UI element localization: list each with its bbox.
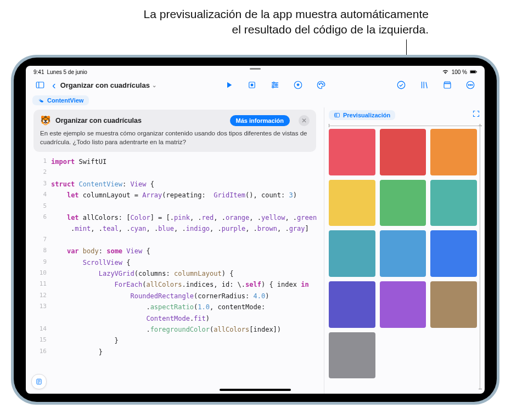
close-icon[interactable]: ✕ <box>299 115 310 126</box>
annotation-caption: La previsualización de la app muestra au… <box>0 7 429 38</box>
grid-cell <box>329 180 375 226</box>
library-icon[interactable] <box>417 78 432 92</box>
svg-point-12 <box>272 86 274 88</box>
svg-point-10 <box>273 82 274 84</box>
info-card-icon: 🐯 <box>40 115 51 126</box>
code-line[interactable]: 16 } <box>32 347 317 357</box>
back-button[interactable]: ‹ <box>52 79 56 92</box>
info-card-title: Organizar con cuadrículas <box>55 117 142 124</box>
ipad-frame: 9:41 Lunes 5 de junio 100 % ‹ <box>11 55 499 405</box>
file-chip-contentview[interactable]: ContentView <box>32 95 89 105</box>
grid-cell <box>380 129 426 175</box>
status-date: Lunes 5 de junio <box>47 69 87 75</box>
code-line[interactable]: 14 .foregroundColor(allColors[index]) <box>32 324 317 335</box>
status-pill <box>250 68 261 70</box>
more-button[interactable] <box>463 78 478 92</box>
svg-point-6 <box>251 84 253 86</box>
stop-button[interactable] <box>244 78 260 92</box>
code-line[interactable]: .mint, .teal, .cyan, .blue, .indigo, .pu… <box>32 223 317 234</box>
code-line[interactable]: 4 let columnLayout = Array(repeating: Gr… <box>32 190 317 201</box>
grid-cell <box>430 281 477 328</box>
code-line[interactable]: 5 <box>32 201 317 212</box>
code-line[interactable]: 11 ForEach(allColors.indices, id: \.self… <box>32 279 317 290</box>
grid-cell <box>329 332 375 379</box>
document-title[interactable]: Organizar con cuadrículas⌄ <box>60 81 156 89</box>
swift-icon <box>38 97 44 104</box>
grid-cell <box>329 129 375 175</box>
code-line[interactable]: 8 var body: some View { <box>32 246 317 257</box>
code-line[interactable]: 7 <box>32 235 317 246</box>
run-button[interactable] <box>221 78 237 92</box>
grid-cell <box>430 230 477 277</box>
expand-preview-button[interactable] <box>472 110 480 120</box>
battery-text: 100 % <box>452 69 467 75</box>
svg-point-11 <box>276 84 277 86</box>
chevron-down-icon: ⌄ <box>152 82 156 88</box>
preview-icon <box>334 112 340 118</box>
code-line[interactable]: ContentMode.fit) <box>32 313 317 324</box>
preview-pane: Previsualización <box>324 107 485 394</box>
svg-line-20 <box>426 82 427 88</box>
code-line[interactable]: 2 <box>32 167 317 178</box>
svg-point-16 <box>322 84 323 85</box>
svg-point-15 <box>321 83 322 84</box>
palette-icon[interactable] <box>313 78 329 92</box>
ruler-vertical <box>479 126 482 389</box>
ruler-horizontal <box>329 124 480 127</box>
svg-rect-1 <box>470 71 476 73</box>
grid-cell <box>329 281 375 328</box>
grid-cell <box>380 281 426 328</box>
svg-point-23 <box>468 84 469 86</box>
grid-cell <box>380 180 426 226</box>
status-bar: 9:41 Lunes 5 de junio 100 % <box>26 66 485 77</box>
info-card-body: En este ejemplo se muestra cómo organiza… <box>40 129 310 146</box>
more-info-button[interactable]: Más información <box>230 115 290 126</box>
svg-point-17 <box>397 81 405 89</box>
wifi-icon <box>442 69 449 75</box>
code-editor[interactable]: 1import SwiftUI2 3struct ContentView: Vi… <box>32 156 317 394</box>
code-line[interactable]: 6 let allColors: [Color] = [.pink, .red,… <box>32 212 317 223</box>
validate-icon[interactable] <box>394 78 409 92</box>
svg-point-14 <box>319 84 320 85</box>
grid-cell <box>329 230 375 277</box>
svg-rect-2 <box>476 71 477 73</box>
preview-canvas <box>329 126 480 389</box>
home-indicator <box>220 389 291 391</box>
toolbar: ‹ Organizar con cuadrículas⌄ <box>26 77 485 93</box>
code-line[interactable]: 9 ScrollView { <box>32 257 317 268</box>
code-line[interactable]: 10 LazyVGrid(columns: columnLayout) { <box>32 268 317 279</box>
color-grid <box>329 129 477 389</box>
grid-cell <box>430 129 477 175</box>
svg-point-25 <box>471 84 473 86</box>
code-line[interactable]: 3struct ContentView: View { <box>32 179 317 190</box>
grid-cell <box>430 180 477 226</box>
settings-sliders-icon[interactable] <box>267 78 283 92</box>
info-card: 🐯 Organizar con cuadrículas Más informac… <box>33 110 316 152</box>
code-line[interactable]: 13 .aspectRatio(1.0, contentMode: <box>32 302 317 313</box>
code-line[interactable]: 12 RoundedRectangle(cornerRadius: 4.0) <box>32 291 317 302</box>
svg-rect-3 <box>36 82 44 88</box>
sidebar-toggle-icon[interactable] <box>32 78 48 92</box>
svg-point-24 <box>470 84 471 86</box>
favorites-icon[interactable] <box>290 78 306 92</box>
code-line[interactable]: 15 } <box>32 335 317 346</box>
documentation-button[interactable] <box>31 374 47 389</box>
archive-icon[interactable] <box>440 78 455 92</box>
code-line[interactable]: 1import SwiftUI <box>32 156 317 167</box>
editor-pane: 🐯 Organizar con cuadrículas Más informac… <box>26 107 324 394</box>
battery-icon <box>470 69 477 75</box>
grid-cell <box>380 230 426 277</box>
svg-rect-31 <box>335 114 337 116</box>
preview-chip[interactable]: Previsualización <box>329 110 395 120</box>
status-time: 9:41 <box>33 69 44 75</box>
